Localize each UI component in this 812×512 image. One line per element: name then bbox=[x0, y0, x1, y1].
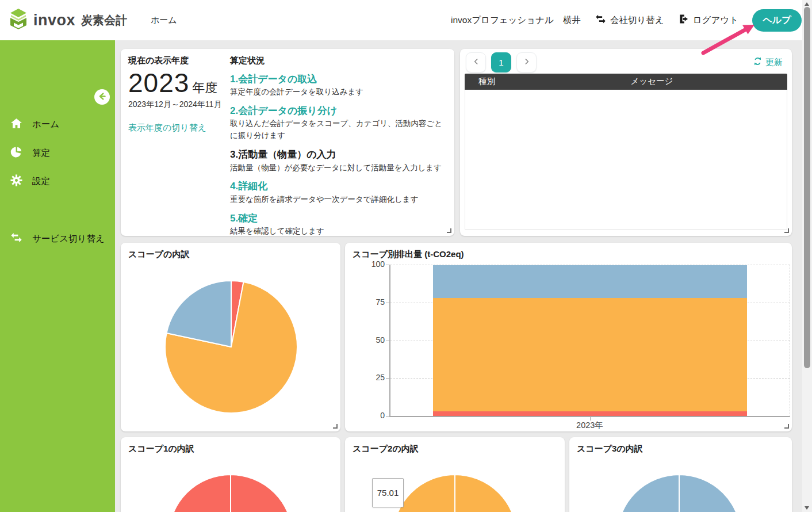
fiscal-year-value: 2023年度 bbox=[128, 67, 226, 98]
refresh-icon bbox=[753, 56, 763, 68]
switch-fiscal-year-link[interactable]: 表示年度の切り替え bbox=[128, 123, 226, 133]
scope3-breakdown-card: スコープ3の内訳 bbox=[569, 437, 792, 512]
y-tick-label: 25 bbox=[366, 373, 385, 382]
sidebar: ホーム 算定 bbox=[0, 40, 115, 512]
prev-page-button[interactable] bbox=[466, 52, 486, 72]
y-tick-mark bbox=[386, 416, 389, 417]
step-assign: 2.会計データの振り分け 取り込んだ会計データをスコープ、カテゴリ、活動内容ごと… bbox=[230, 105, 447, 142]
fiscal-year-title: 現在の表示年度 bbox=[128, 55, 226, 66]
messages-card: 1 更新 種別 メッセージ bbox=[460, 49, 792, 236]
user-name: 横井 bbox=[563, 14, 581, 26]
company-switch-button[interactable]: 会社切り替え bbox=[595, 13, 664, 28]
chart-title: スコープ3の内訳 bbox=[577, 444, 643, 454]
step-title[interactable]: 1.会計データの取込 bbox=[230, 73, 447, 85]
scope2-pie-chart[interactable] bbox=[392, 473, 518, 512]
y-tick-label: 75 bbox=[366, 297, 385, 307]
messages-table: 種別 メッセージ bbox=[465, 74, 787, 230]
scope1-breakdown-card: スコープ1の内訳 bbox=[121, 437, 340, 512]
chart-tooltip: 75.01 bbox=[372, 478, 404, 507]
account-info: invoxプロフェッショナル 横井 bbox=[451, 14, 581, 26]
chart-title: スコープ別排出量 (t-CO2eq) bbox=[353, 249, 464, 260]
chevron-right-icon bbox=[522, 57, 531, 68]
sidebar-item-settings[interactable]: 設定 bbox=[0, 173, 115, 190]
refresh-button[interactable]: 更新 bbox=[753, 56, 783, 68]
sidebar-item-label: サービス切り替え bbox=[32, 233, 105, 245]
resize-handle[interactable] bbox=[784, 228, 789, 233]
resize-handle[interactable] bbox=[447, 228, 451, 233]
messages-table-header: 種別 メッセージ bbox=[465, 74, 787, 90]
service-switch-icon bbox=[10, 231, 23, 247]
logo-suffix: 炭素会計 bbox=[81, 13, 127, 28]
company-switch-label: 会社切り替え bbox=[610, 14, 664, 26]
step-activity-input: 3.活動量（物量）の入力 活動量（物量）が必要なデータに対して活動量を入力します bbox=[230, 148, 447, 174]
y-tick-mark bbox=[386, 303, 389, 303]
step-refine: 4.詳細化 重要な箇所を請求データや一次データで詳細化します bbox=[230, 180, 447, 205]
refresh-label: 更新 bbox=[765, 57, 783, 68]
scope-pie-chart[interactable] bbox=[164, 280, 298, 414]
pie-chart-icon bbox=[10, 146, 23, 161]
step-title[interactable]: 5.確定 bbox=[230, 212, 447, 224]
chart-title: スコープ1の内訳 bbox=[128, 444, 194, 454]
column-header-message: メッセージ bbox=[587, 76, 716, 87]
sidebar-item-service-switch[interactable]: サービス切り替え bbox=[0, 230, 115, 247]
sidebar-collapse-button[interactable] bbox=[94, 89, 110, 105]
column-header-type: 種別 bbox=[478, 76, 495, 87]
step-import: 1.会計データの取込 算定年度の会計データを取り込みます bbox=[230, 73, 447, 98]
fiscal-year-card: 現在の表示年度 2023年度 2023年12月～2024年11月 表示年度の切り… bbox=[121, 49, 454, 236]
y-tick-mark bbox=[386, 378, 389, 379]
y-tick-label: 0 bbox=[366, 411, 385, 420]
pagination: 1 bbox=[466, 52, 537, 72]
app-header: invox 炭素会計 ホーム invoxプロフェッショナル 横井 会社切り替え bbox=[0, 0, 812, 40]
scope-breakdown-card: スコープの内訳 bbox=[121, 243, 340, 431]
bar-segment-スコープ1[interactable] bbox=[433, 411, 746, 416]
sidebar-item-label: 算定 bbox=[32, 147, 50, 159]
help-button[interactable]: ヘルプ bbox=[752, 9, 802, 32]
arrow-left-icon bbox=[97, 91, 107, 103]
nav-home[interactable]: ホーム bbox=[151, 0, 177, 40]
step-confirm: 5.確定 結果を確認して確定します bbox=[230, 212, 447, 238]
gear-icon bbox=[10, 174, 23, 189]
resize-handle[interactable] bbox=[784, 424, 789, 429]
next-page-button[interactable] bbox=[516, 52, 537, 72]
chart-title: スコープ2の内訳 bbox=[353, 444, 419, 454]
scrollbar-thumb[interactable] bbox=[804, 7, 810, 368]
scrollbar-down-arrow[interactable] bbox=[805, 506, 809, 510]
chart-title: スコープの内訳 bbox=[128, 249, 189, 260]
bar-segment-スコープ3[interactable] bbox=[433, 265, 746, 298]
step-desc: 活動量（物量）が必要なデータに対して活動量を入力します bbox=[230, 162, 447, 174]
y-tick-mark bbox=[386, 341, 389, 341]
resize-handle[interactable] bbox=[333, 424, 338, 429]
sidebar-item-santei[interactable]: 算定 bbox=[0, 144, 115, 162]
scrollbar[interactable] bbox=[802, 0, 812, 512]
logout-label: ログアウト bbox=[693, 14, 738, 26]
step-title[interactable]: 2.会計データの振り分け bbox=[230, 105, 447, 117]
calc-status-title: 算定状況 bbox=[230, 55, 447, 66]
step-desc: 結果を確認して確定します bbox=[230, 226, 447, 238]
y-tick-label: 50 bbox=[366, 335, 385, 345]
emissions-by-scope-card: スコープ別排出量 (t-CO2eq) 0255075100 2023年 bbox=[345, 243, 792, 431]
logout-button[interactable]: ログアウト bbox=[678, 13, 738, 27]
invox-logo-icon bbox=[8, 8, 29, 32]
current-page-button[interactable]: 1 bbox=[491, 52, 511, 72]
sidebar-item-label: ホーム bbox=[32, 119, 59, 131]
company-switch-icon bbox=[595, 13, 607, 28]
step-desc: 取り込んだ会計データをスコープ、カテゴリ、活動内容ごとに振り分けます bbox=[230, 118, 447, 142]
step-title[interactable]: 4.詳細化 bbox=[230, 180, 447, 192]
scope3-pie-chart[interactable] bbox=[616, 473, 742, 512]
sidebar-item-home[interactable]: ホーム bbox=[0, 116, 115, 133]
app-logo[interactable]: invox 炭素会計 bbox=[8, 0, 127, 40]
logout-icon bbox=[678, 13, 690, 27]
x-axis-label: 2023年 bbox=[389, 420, 790, 431]
fiscal-period: 2023年12月～2024年11月 bbox=[128, 100, 226, 110]
y-tick-mark bbox=[386, 265, 389, 265]
plan-label: invoxプロフェッショナル bbox=[451, 14, 554, 26]
step-desc: 重要な箇所を請求データや一次データで詳細化します bbox=[230, 194, 447, 206]
bar-segment-スコープ2[interactable] bbox=[433, 298, 746, 411]
scrollbar-up-arrow[interactable] bbox=[805, 2, 809, 6]
sidebar-item-label: 設定 bbox=[32, 175, 50, 188]
emissions-bar-chart[interactable]: 0255075100 bbox=[389, 265, 790, 417]
home-icon bbox=[10, 117, 23, 132]
scope2-breakdown-card: スコープ2の内訳 75.01 bbox=[345, 437, 565, 512]
logo-text: invox bbox=[33, 12, 75, 29]
scope1-pie-chart[interactable] bbox=[167, 473, 294, 512]
